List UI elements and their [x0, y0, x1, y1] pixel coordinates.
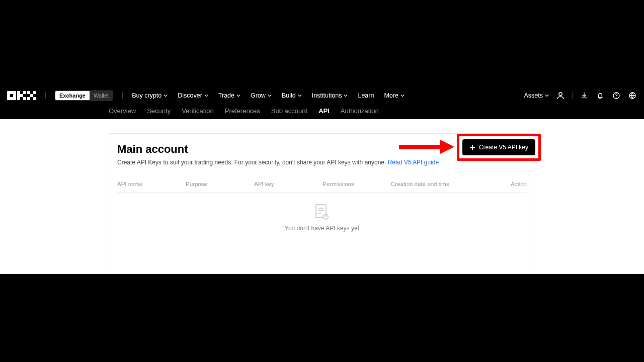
chevron-down-icon [204, 94, 208, 98]
api-guide-link[interactable]: Read V5 API guide [388, 159, 439, 166]
exchange-wallet-toggle[interactable]: Exchange Wallet [55, 90, 113, 101]
empty-state-text: You don't have API keys yet [285, 225, 359, 232]
th-purpose: Purpose [186, 181, 254, 187]
nav-label: Discover [178, 92, 202, 99]
nav-label: Buy crypto [132, 92, 162, 99]
assets-menu[interactable]: Assets [524, 92, 549, 99]
th-creation-date: Creation date and time [391, 181, 486, 187]
chevron-down-icon [344, 94, 348, 98]
create-btn-label: Create V5 API key [479, 144, 528, 151]
plus-icon [469, 144, 475, 150]
separator [122, 92, 123, 99]
nav-more[interactable]: More [384, 92, 404, 99]
content-area: Main account Create API Keys to suit you… [0, 119, 644, 274]
svg-marker-5 [440, 140, 454, 154]
chevron-down-icon [298, 94, 302, 98]
annotation-highlight-box: Create V5 API key [457, 134, 541, 161]
download-icon[interactable] [580, 91, 589, 100]
bell-icon[interactable] [596, 91, 605, 100]
subnav-sub-account[interactable]: Sub account [271, 107, 307, 115]
toggle-wallet[interactable]: Wallet [90, 91, 113, 100]
subnav-overview[interactable]: Overview [109, 107, 136, 115]
chevron-down-icon [268, 94, 272, 98]
annotation-arrow [399, 140, 454, 154]
subnav-api[interactable]: API [318, 107, 330, 115]
chevron-down-icon [236, 94, 240, 98]
nav-label: More [384, 92, 398, 99]
subnav-preferences[interactable]: Preferences [225, 107, 260, 115]
create-api-key-button[interactable]: Create V5 API key [462, 139, 535, 155]
separator [45, 92, 46, 99]
svg-rect-4 [399, 145, 440, 149]
nav-build[interactable]: Build [282, 92, 302, 99]
nav-label: Grow [251, 92, 266, 99]
th-action: Action [486, 181, 527, 187]
profile-icon[interactable] [556, 91, 565, 100]
nav-institutions[interactable]: Institutions [312, 92, 348, 99]
svg-point-12 [325, 218, 326, 219]
nav-discover[interactable]: Discover [178, 92, 208, 99]
nav-trade[interactable]: Trade [218, 92, 240, 99]
th-api-key: API key [254, 181, 323, 187]
svg-point-2 [616, 97, 616, 98]
empty-state: You don't have API keys yet [117, 193, 527, 232]
api-table-header: API name Purpose API key Permissions Cre… [117, 181, 527, 193]
chevron-down-icon [545, 94, 549, 98]
nav-label: Institutions [312, 92, 342, 99]
help-icon[interactable] [612, 91, 621, 100]
okx-logo[interactable] [7, 91, 36, 100]
nav-buy-crypto[interactable]: Buy crypto [132, 92, 168, 99]
card-description: Create API Keys to suit your trading nee… [117, 159, 439, 166]
subnav-verification[interactable]: Verification [182, 107, 214, 115]
chevron-down-icon [400, 94, 405, 98]
nav-grow[interactable]: Grow [251, 92, 272, 99]
primary-header: Exchange Wallet Buy crypto Discover Trad… [0, 88, 644, 103]
nav-learn[interactable]: Learn [358, 92, 374, 99]
chevron-down-icon [164, 94, 168, 98]
th-api-name: API name [117, 181, 186, 187]
th-permissions: Permissions [323, 181, 391, 187]
card-title: Main account [117, 143, 439, 156]
toggle-exchange[interactable]: Exchange [55, 91, 90, 100]
nav-label: Build [282, 92, 296, 99]
assets-label: Assets [524, 92, 543, 99]
separator [572, 92, 573, 99]
subnav-security[interactable]: Security [147, 107, 171, 115]
nav-label: Trade [218, 92, 234, 99]
svg-point-0 [559, 93, 562, 96]
globe-icon[interactable] [628, 91, 637, 100]
main-account-card: Main account Create API Keys to suit you… [109, 133, 535, 274]
document-empty-icon [315, 204, 329, 220]
primary-nav: Buy crypto Discover Trade Grow Build [132, 92, 405, 99]
nav-label: Learn [358, 92, 374, 99]
subnav-authorization[interactable]: Authorization [341, 107, 379, 115]
account-subnav: Overview Security Verification Preferenc… [0, 103, 644, 119]
